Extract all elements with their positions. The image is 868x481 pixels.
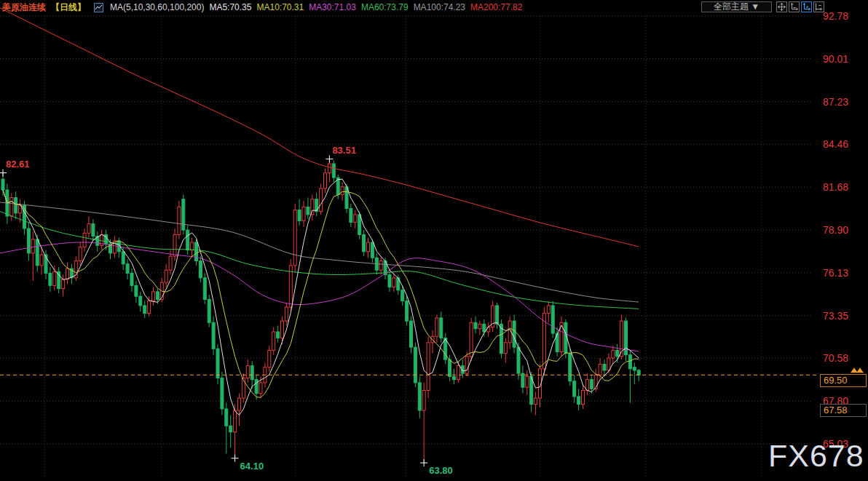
pan-icon[interactable]: [776, 1, 787, 12]
axis-tick-label: 73.35: [823, 310, 848, 322]
candle-down: [358, 215, 361, 235]
candle-down: [521, 373, 524, 387]
candle-up: [328, 164, 331, 173]
candle-down: [250, 366, 253, 380]
ma100-line: [0, 202, 639, 302]
candle-up: [465, 357, 468, 373]
ma-value-list: MA5:70.35MA10:70.31MA30:71.03MA60:73.79M…: [209, 2, 522, 12]
candle-down: [363, 234, 366, 251]
candle-down: [414, 347, 417, 383]
axis-tick-label: 90.01: [823, 53, 848, 65]
candle-down: [453, 376, 456, 379]
candle-up: [79, 247, 82, 261]
candle-down: [1, 179, 4, 190]
candle-down: [298, 210, 301, 221]
candle-down: [474, 322, 477, 328]
candle-down: [221, 378, 224, 409]
candle-up: [87, 224, 90, 234]
candle-up: [526, 376, 529, 387]
candle-up: [504, 343, 507, 354]
candle-up: [165, 270, 167, 282]
candle-down: [603, 364, 606, 370]
candle-up: [259, 383, 262, 394]
candle-up: [547, 306, 550, 314]
axis-scale-icon[interactable]: [789, 1, 800, 12]
legend-ma-value: MA5:70.35: [209, 2, 251, 12]
candlestick-plot[interactable]: 82.6183.5164.1063.80: [0, 0, 868, 481]
candle-down: [371, 242, 374, 258]
ma60-line: [0, 212, 639, 309]
candle-up: [246, 366, 249, 378]
legend-ma-value: MA200:77.82: [470, 2, 522, 12]
candle-down: [130, 273, 133, 285]
candle-up: [379, 261, 382, 270]
axis-tick-label: 92.78: [823, 10, 848, 22]
themes-dropdown[interactable]: 全部主题 ▼: [701, 1, 772, 12]
candle-up: [457, 366, 459, 380]
last-price-box: 69.50: [820, 374, 867, 387]
candle-up: [435, 318, 438, 336]
candle-down: [628, 355, 631, 369]
extreme-price-label: 63.80: [429, 465, 453, 476]
candle-down: [573, 381, 576, 397]
candle-down: [345, 187, 348, 209]
candle-down: [216, 349, 219, 378]
candle-down: [122, 252, 125, 264]
legend-ma-value: MA30:71.03: [309, 2, 356, 12]
candle-up: [594, 375, 597, 389]
candle-down: [15, 198, 17, 213]
axis-scale-active-icon[interactable]: [801, 1, 812, 12]
price-flag-icon: [851, 367, 864, 373]
candle-down: [208, 299, 210, 322]
axis-tick-label: 70.58: [823, 352, 848, 364]
candle-down: [513, 321, 516, 347]
candle-down: [440, 318, 443, 338]
candle-down: [350, 208, 352, 222]
candle-up: [478, 324, 481, 328]
candle-down: [590, 380, 593, 389]
candle-down: [332, 164, 335, 178]
candle-up: [612, 350, 615, 358]
candle-down: [633, 367, 636, 370]
candle-up: [268, 350, 271, 367]
candle-down: [27, 228, 30, 253]
candle-down: [637, 370, 640, 375]
legend-ma-value: MA60:73.79: [361, 2, 409, 12]
axis-tick-label: 78.90: [823, 224, 848, 236]
candle-up: [148, 301, 151, 314]
candle-down: [126, 264, 129, 274]
candle-up: [191, 242, 194, 250]
extreme-cross-icon: [0, 169, 7, 176]
candle-up: [285, 307, 288, 321]
candle-down: [517, 347, 520, 373]
candle-down: [406, 301, 409, 322]
candle-up: [62, 279, 65, 289]
candle-up: [234, 410, 237, 432]
candle-down: [418, 383, 421, 410]
candle-down: [225, 409, 228, 426]
candle-down: [212, 322, 215, 349]
candle-up: [178, 207, 181, 234]
candle-up: [607, 358, 610, 370]
candle-up: [302, 207, 305, 220]
candle-up: [173, 234, 176, 256]
candle-up: [582, 390, 585, 404]
candle-up: [242, 378, 245, 399]
chart-toolbar: [776, 1, 824, 12]
extreme-cross-icon: [232, 455, 239, 462]
candle-down: [182, 199, 185, 230]
candle-up: [470, 322, 473, 357]
candle-down: [49, 273, 52, 285]
chevron-down-icon: ▼: [751, 1, 760, 12]
candle-up: [66, 269, 69, 279]
axis-tick-label: 76.13: [823, 267, 848, 279]
candle-up: [427, 343, 430, 391]
candle-up: [31, 239, 34, 253]
extreme-cross-icon: [326, 155, 333, 162]
candle-down: [135, 285, 138, 296]
candle-down: [203, 278, 206, 300]
candle-up: [10, 198, 13, 216]
candle-down: [551, 306, 554, 333]
candle-up: [53, 271, 56, 285]
legend-bar: 美原油连续 【日线】 MA(5,10,30,60,100,200) MA5:70…: [2, 1, 522, 13]
